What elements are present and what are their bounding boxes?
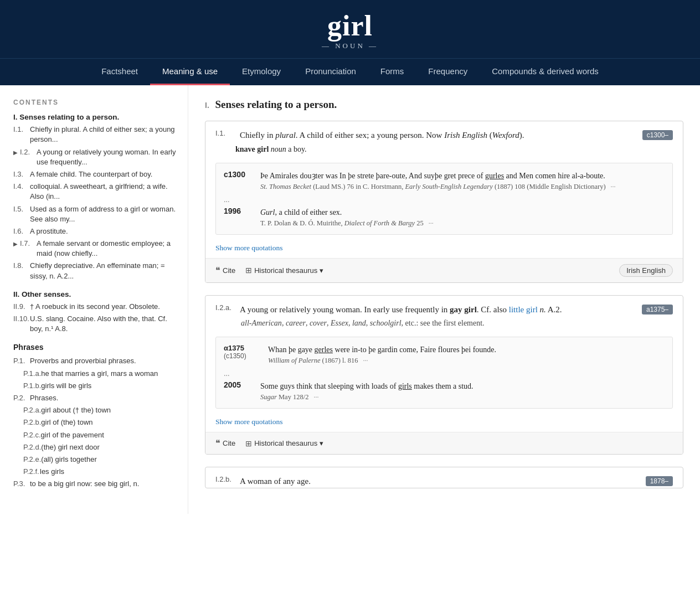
page-header: girl — NOUN — [0,0,700,58]
def-subline-i2a: all-American, career, cover, Essex, land… [215,316,673,332]
word-pos: — NOUN — [0,42,700,58]
sidebar-section-ii-title: II. Other senses. [13,290,178,298]
def-row-i2b: I.2.b. A woman of any age. 1878– [215,475,673,488]
def-header-i1: I.1. Chiefly in plural. A child of eithe… [205,121,683,142]
section-i-heading: I. Senses relating to a person. [205,99,683,111]
def-num-i2b: I.2.b. [215,475,235,483]
thesaurus-button-i1[interactable]: ⊞ Historical thesaurus ▾ [245,266,323,275]
sidebar-item-ii10[interactable]: II.10. U.S. slang. Cocaine. Also with th… [13,313,178,335]
sidebar-section-i-title: I. Senses relating to a person. [13,113,178,121]
show-more-i2a[interactable]: Show more quotations [205,414,683,432]
sidebar-item-p2a[interactable]: P.2.a. girl about († the) town [23,404,178,416]
sidebar-item-p2d[interactable]: P.2.d. (the) girl next door [23,441,178,453]
sidebar-item-p2[interactable]: P.2. Phrases. [13,392,178,404]
cite-button-i2a[interactable]: ❝ Cite [215,438,235,448]
cite-icon-i2a: ❝ [215,438,220,448]
word-title: girl [0,10,700,42]
def-subhead-i1: knave girl noun a boy. [205,142,683,158]
nav-frequency[interactable]: Frequency [416,59,480,85]
little-girl-link[interactable]: little girl [509,305,538,314]
cite-icon-i1: ❝ [215,265,220,276]
sidebar-item-i6[interactable]: I.6. A prostitute. [13,225,178,238]
def-card-i2b: I.2.b. A woman of any age. 1878– [205,467,683,488]
cite-button-i1[interactable]: ❝ Cite [215,265,235,276]
quot-row-i1-1996: 1996 Gurl, a child of either sex. T. P. … [224,207,665,228]
quot-row-i2a-a1375: α1375 (c1350) Whan þe gaye gerles were i… [224,344,665,365]
def-text-i2b: A woman of any age. [240,475,638,488]
quotation-block-i1: c1300 Þe Amirales douȝter was In þe stre… [215,163,673,235]
quot-row-i1-c1300: c1300 Þe Amirales douȝter was In þe stre… [224,170,665,191]
thesaurus-button-i2a[interactable]: ⊞ Historical thesaurus ▾ [245,439,323,448]
def-num-i2a: I.2.a. [215,303,235,312]
sidebar-item-p2c[interactable]: P.2.c. girl of the pavement [23,429,178,441]
def-badge-i2a: a1375– [642,305,673,314]
nav-etymology[interactable]: Etymology [230,59,293,85]
sidebar-item-ii9[interactable]: II.9. † A roebuck in its second year. Ob… [13,301,178,313]
def-header-i2b: I.2.b. A woman of any age. 1878– [205,467,683,488]
nav-pronunciation[interactable]: Pronunciation [293,59,368,85]
nav-factsheet[interactable]: Factsheet [89,59,150,85]
expand-arrow-i7: ▶ [13,240,18,248]
def-num-i1: I.1. [215,129,235,137]
def-badge-i2b: 1878– [646,476,673,486]
thesaurus-icon-i2a: ⊞ [245,439,252,448]
sidebar-item-i2[interactable]: ▶ I.2. A young or relatively young woman… [13,146,178,168]
def-text-i1: Chiefly in plural. A child of either sex… [240,129,635,142]
sidebar-item-p1[interactable]: P.1. Proverbs and proverbial phrases. [13,355,178,367]
show-more-i1[interactable]: Show more quotations [205,240,683,258]
sidebar-item-i7[interactable]: ▶ I.7. A female servant or domestic empl… [13,238,178,260]
quotation-block-i2a: α1375 (c1350) Whan þe gaye gerles were i… [215,337,673,409]
def-footer-i2a: ❝ Cite ⊞ Historical thesaurus ▾ [205,432,683,454]
irish-english-badge-i1[interactable]: Irish English [619,264,673,277]
sidebar-item-i1[interactable]: I.1. Chiefly in plural. A child of eithe… [13,123,178,146]
sidebar-item-i5[interactable]: I.5. Used as a form of address to a girl… [13,203,178,225]
sidebar-item-p2e[interactable]: P.2.e. (all) girls together [23,453,178,466]
expand-arrow-i2: ▶ [13,149,18,157]
nav-meaning-use[interactable]: Meaning & use [150,59,230,85]
quot-ellipsis-i2a: ... [224,369,665,378]
nav-forms[interactable]: Forms [368,59,416,85]
def-row-i1: I.1. Chiefly in plural. A child of eithe… [215,129,673,142]
def-text-i2a: A young or relatively young woman. In ea… [240,303,634,316]
sidebar-item-p1b[interactable]: P.1.b. girls will be girls [23,380,178,392]
nav-compounds[interactable]: Compounds & derived words [480,59,611,85]
phrases-title: Phrases [13,343,178,352]
sidebar-item-p1a[interactable]: P.1.a. he that marries a girl, mars a wo… [23,368,178,380]
main-content: I. Senses relating to a person. I.1. Chi… [188,85,700,514]
sidebar-item-i8[interactable]: I.8. Chiefly depreciative. An effeminate… [13,260,178,282]
main-layout: CONTENTS I. Senses relating to a person.… [0,85,700,514]
contents-title: CONTENTS [13,99,178,106]
sidebar-item-p3[interactable]: P.3. to be a big girl now: see big girl,… [13,478,178,490]
def-card-i2a: I.2.a. A young or relatively young woman… [205,295,683,455]
thesaurus-icon-i1: ⊞ [245,266,252,275]
sidebar-item-p2f[interactable]: P.2.f. les girls [23,466,178,478]
footer-left-i1: ❝ Cite ⊞ Historical thesaurus ▾ [215,265,323,276]
sidebar: CONTENTS I. Senses relating to a person.… [0,85,188,514]
sidebar-item-i4[interactable]: I.4. colloquial. A sweetheart, a girlfri… [13,181,178,203]
def-footer-i1: ❝ Cite ⊞ Historical thesaurus ▾ Irish En… [205,258,683,282]
def-badge-i1: c1300– [642,130,673,140]
def-row-i2a: I.2.a. A young or relatively young woman… [215,303,673,316]
sidebar-item-i3[interactable]: I.3. A female child. The counterpart of … [13,168,178,181]
quot-row-i2a-2005: 2005 Some guys think that sleeping with … [224,380,665,401]
def-card-i1: I.1. Chiefly in plural. A child of eithe… [205,121,683,283]
def-header-i2a: I.2.a. A young or relatively young woman… [205,296,683,333]
footer-left-i2a: ❝ Cite ⊞ Historical thesaurus ▾ [215,438,323,448]
quot-ellipsis-i1: ... [224,195,665,204]
main-nav: Factsheet Meaning & use Etymology Pronun… [0,58,700,85]
sidebar-item-p2b[interactable]: P.2.b. girl of (the) town [23,416,178,429]
